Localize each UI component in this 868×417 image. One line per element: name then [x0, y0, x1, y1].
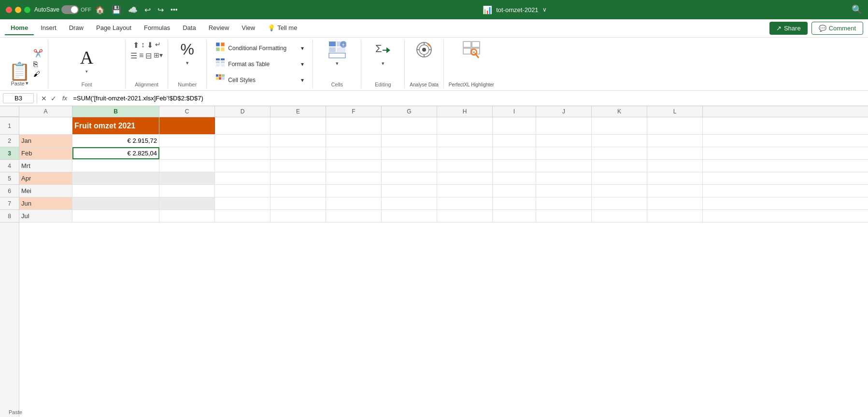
- cancel-formula-button[interactable]: ✕: [40, 94, 48, 103]
- row-header-3[interactable]: 3: [0, 147, 19, 160]
- tab-tell-me[interactable]: 💡 Tell me: [262, 21, 303, 35]
- cell-g7[interactable]: [382, 197, 437, 209]
- col-header-i[interactable]: I: [493, 106, 536, 117]
- cell-k3[interactable]: [592, 147, 647, 159]
- cell-f2[interactable]: [326, 135, 382, 147]
- col-header-l[interactable]: L: [647, 106, 703, 117]
- cell-a6[interactable]: Mei: [19, 185, 72, 197]
- cell-g2[interactable]: [382, 135, 437, 147]
- cell-k5[interactable]: [592, 172, 647, 184]
- cell-e5[interactable]: [270, 172, 326, 184]
- cell-e2[interactable]: [270, 135, 326, 147]
- cells-chevron[interactable]: ▾: [336, 60, 339, 67]
- col-header-f[interactable]: F: [326, 106, 382, 117]
- cell-a4[interactable]: Mrt: [19, 160, 72, 172]
- cell-d4[interactable]: [215, 160, 270, 172]
- cell-f3[interactable]: [326, 147, 382, 159]
- col-header-c[interactable]: C: [159, 106, 215, 117]
- number-dropdown[interactable]: ▾: [186, 60, 189, 66]
- align-center-icon[interactable]: ≡: [139, 51, 143, 60]
- col-header-h[interactable]: H: [437, 106, 493, 117]
- align-bottom-icon[interactable]: ⬇: [147, 41, 153, 50]
- cell-l5[interactable]: [647, 172, 703, 184]
- cell-a7[interactable]: Jun: [19, 197, 72, 209]
- align-top-icon[interactable]: ⬆: [133, 41, 139, 50]
- cell-h1[interactable]: [437, 117, 493, 134]
- cell-reference-box[interactable]: [3, 93, 34, 103]
- cell-f7[interactable]: [326, 197, 382, 209]
- cell-f4[interactable]: [326, 160, 382, 172]
- cell-f5[interactable]: [326, 172, 382, 184]
- cell-i7[interactable]: [493, 197, 536, 209]
- home-icon[interactable]: 🏠: [95, 5, 105, 14]
- cell-b4[interactable]: [72, 160, 159, 172]
- cell-e1[interactable]: [270, 117, 326, 134]
- conditional-formatting-button[interactable]: Conditional Formatting ▾: [212, 41, 308, 56]
- col-header-d[interactable]: D: [215, 106, 270, 117]
- cell-l3[interactable]: [647, 147, 703, 159]
- cell-d1[interactable]: [215, 117, 270, 134]
- cell-c7[interactable]: [159, 197, 215, 209]
- tab-review[interactable]: Review: [203, 21, 235, 35]
- cell-h3[interactable]: [437, 147, 493, 159]
- row-header-4[interactable]: 4: [0, 160, 19, 172]
- cell-c2[interactable]: [159, 135, 215, 147]
- cell-k1[interactable]: [592, 117, 647, 134]
- share-button[interactable]: ↗ Share: [769, 22, 808, 35]
- close-button[interactable]: [6, 7, 12, 13]
- cell-k6[interactable]: [592, 185, 647, 197]
- cell-styles-button[interactable]: Cell Styles ▾: [212, 72, 308, 87]
- cell-b3[interactable]: € 2.825,04: [72, 147, 159, 159]
- col-header-j[interactable]: J: [536, 106, 592, 117]
- cell-k8[interactable]: [592, 210, 647, 222]
- cell-l7[interactable]: [647, 197, 703, 209]
- cell-b5[interactable]: [72, 172, 159, 184]
- cell-i6[interactable]: [493, 185, 536, 197]
- cell-l8[interactable]: [647, 210, 703, 222]
- col-header-a[interactable]: A: [19, 106, 72, 117]
- align-right-icon[interactable]: ⊟: [145, 51, 152, 60]
- cell-j4[interactable]: [536, 160, 592, 172]
- formula-input[interactable]: [72, 94, 865, 103]
- save-icon[interactable]: 💾: [112, 5, 121, 14]
- cell-b6[interactable]: [72, 185, 159, 197]
- cell-c5[interactable]: [159, 172, 215, 184]
- cell-k4[interactable]: [592, 160, 647, 172]
- format-as-table-button[interactable]: Format as Table ▾: [212, 56, 308, 71]
- cell-g6[interactable]: [382, 185, 437, 197]
- fullscreen-button[interactable]: [24, 7, 30, 13]
- cell-a3[interactable]: Feb: [19, 147, 72, 159]
- cell-d6[interactable]: [215, 185, 270, 197]
- cut-icon[interactable]: ✂️: [33, 49, 43, 58]
- tab-draw[interactable]: Draw: [63, 21, 89, 35]
- minimize-button[interactable]: [15, 7, 21, 13]
- cell-c4[interactable]: [159, 160, 215, 172]
- cell-h6[interactable]: [437, 185, 493, 197]
- cell-h2[interactable]: [437, 135, 493, 147]
- row-header-7[interactable]: 7: [0, 197, 19, 210]
- cell-g3[interactable]: [382, 147, 437, 159]
- cell-g1[interactable]: [382, 117, 437, 134]
- cell-d3[interactable]: [215, 147, 270, 159]
- wrap-text-icon[interactable]: ↵: [155, 41, 161, 50]
- paste-button[interactable]: 📋 Paste▾: [9, 63, 30, 86]
- cell-b7[interactable]: [72, 197, 159, 209]
- cell-i8[interactable]: [493, 210, 536, 222]
- tab-data[interactable]: Data: [177, 21, 201, 35]
- cell-b2[interactable]: € 2.915,72: [72, 135, 159, 147]
- cell-e3[interactable]: [270, 147, 326, 159]
- cell-g4[interactable]: [382, 160, 437, 172]
- col-header-e[interactable]: E: [270, 106, 326, 117]
- cell-f6[interactable]: [326, 185, 382, 197]
- search-icon[interactable]: 🔍: [852, 4, 862, 15]
- cell-a5[interactable]: Apr: [19, 172, 72, 184]
- tab-formulas[interactable]: Formulas: [138, 21, 176, 35]
- cell-g8[interactable]: [382, 210, 437, 222]
- tab-home[interactable]: Home: [5, 21, 34, 35]
- cell-k7[interactable]: [592, 197, 647, 209]
- cell-d7[interactable]: [215, 197, 270, 209]
- cell-l4[interactable]: [647, 160, 703, 172]
- cell-i2[interactable]: [493, 135, 536, 147]
- cell-b1[interactable]: Fruit omzet 2021: [72, 117, 159, 134]
- cell-j1[interactable]: [536, 117, 592, 134]
